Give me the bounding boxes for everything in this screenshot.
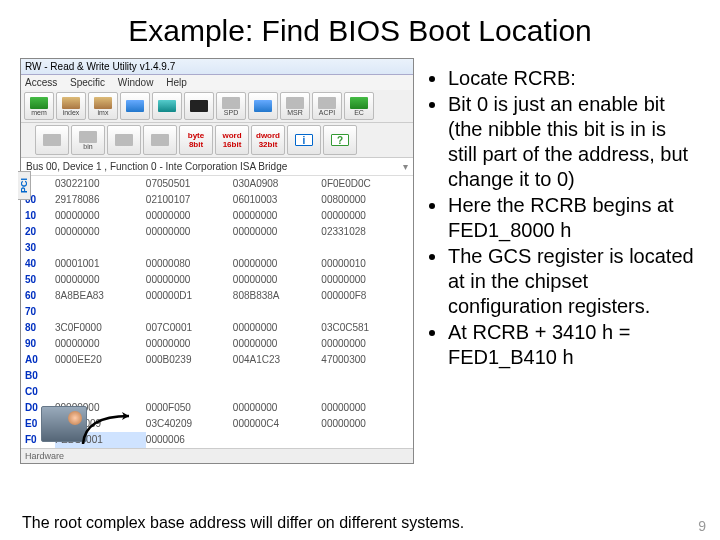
tool-save-bin[interactable]: bin	[71, 125, 105, 155]
row-offset: 20	[21, 224, 55, 240]
row-cell	[233, 432, 322, 448]
tool-info[interactable]: i	[287, 125, 321, 155]
row-cell	[233, 384, 322, 400]
row-cell: 000B0239	[146, 352, 233, 368]
row-cell	[146, 240, 233, 256]
menu-specific[interactable]: Specific	[70, 77, 105, 88]
row-cell: 0000006	[146, 432, 233, 448]
tool-spd[interactable]: SPD	[216, 92, 246, 120]
menu-help[interactable]: Help	[166, 77, 187, 88]
tool-mem[interactable]: mem	[24, 92, 54, 120]
tool-index[interactable]: index	[56, 92, 86, 120]
menu-bar: Access Specific Window Help	[21, 75, 413, 90]
row-cell	[321, 384, 413, 400]
row-cell: 3C0F0000	[55, 320, 146, 336]
row-cell: 07050501	[146, 176, 233, 192]
table-row: 00302210007050501030A09080F0E0D0C	[21, 176, 413, 192]
row-cell: 00000000	[233, 256, 322, 272]
side-tab-pci[interactable]: PCI	[18, 171, 31, 200]
bullet-item: The GCS register is located at in the ch…	[448, 244, 700, 319]
table-row: 803C0F0000007C00010000000003C0C581	[21, 320, 413, 336]
row-cell: 00000000	[233, 336, 322, 352]
row-cell: 03022100	[55, 176, 146, 192]
row-cell: 0000F050	[146, 400, 233, 416]
row-cell: 00000000	[146, 272, 233, 288]
tool-dword[interactable]: dword32bit	[251, 125, 285, 155]
row-cell: 00000000	[146, 224, 233, 240]
tool-acpi[interactable]: ACPI	[312, 92, 342, 120]
row-cell: 06010003	[233, 192, 322, 208]
row-cell: 03C0C581	[321, 320, 413, 336]
page-number: 9	[698, 518, 706, 534]
row-cell	[55, 240, 146, 256]
row-cell: 808B838A	[233, 288, 322, 304]
tool-b4[interactable]	[120, 92, 150, 120]
tool-word[interactable]: word16bit	[215, 125, 249, 155]
row-cell: 00000000	[55, 224, 146, 240]
tool-find[interactable]	[143, 125, 177, 155]
row-cell: 00000000	[233, 224, 322, 240]
tool-help[interactable]: ?	[323, 125, 357, 155]
toolbar-child: bin byte8bit word16bit dword32bit i ?	[21, 123, 413, 158]
row-cell: 00000000	[321, 336, 413, 352]
menu-window[interactable]: Window	[118, 77, 154, 88]
row-offset: 30	[21, 240, 55, 256]
tool-b6[interactable]	[184, 92, 214, 120]
row-cell: 00000000	[55, 208, 146, 224]
row-cell: 00001001	[55, 256, 146, 272]
app-window: RW - Read & Write Utility v1.4.9.7 Acces…	[20, 58, 414, 464]
toolbar-top: mem index imx SPD MSR ACPI EC	[21, 90, 413, 123]
table-row: B0	[21, 368, 413, 384]
row-cell: 03C40209	[146, 416, 233, 432]
row-cell: 007C0001	[146, 320, 233, 336]
row-cell: 000000C4	[233, 416, 322, 432]
bullet-list: Locate RCRB: Bit 0 is just an enable bit…	[426, 66, 700, 370]
row-cell	[321, 368, 413, 384]
row-cell	[55, 384, 146, 400]
row-cell	[233, 240, 322, 256]
table-row: 9000000000000000000000000000000000	[21, 336, 413, 352]
screenshot-pane: RW - Read & Write Utility v1.4.9.7 Acces…	[20, 58, 414, 464]
row-cell	[233, 368, 322, 384]
row-cell: 00000000	[321, 208, 413, 224]
row-cell: 0F0E0D0C	[321, 176, 413, 192]
tool-b5[interactable]	[152, 92, 182, 120]
row-offset: C0	[21, 384, 55, 400]
row-cell	[146, 384, 233, 400]
tool-msr[interactable]: MSR	[280, 92, 310, 120]
menu-access[interactable]: Access	[25, 77, 57, 88]
device-label: Bus 00, Device 1 , Function 0 - Inte Cor…	[26, 161, 287, 172]
table-row: 2000000000000000000000000002331028	[21, 224, 413, 240]
footnote: The root complex base address will diffe…	[22, 514, 464, 532]
row-cell	[146, 304, 233, 320]
tool-byte[interactable]: byte8bit	[179, 125, 213, 155]
row-cell: 02331028	[321, 224, 413, 240]
inset-photo	[41, 406, 87, 442]
row-offset: B0	[21, 368, 55, 384]
help-icon: ?	[331, 134, 349, 146]
row-cell: 00000010	[321, 256, 413, 272]
row-cell: 00000000	[321, 400, 413, 416]
bullet-item: At RCRB + 3410 h = FED1_B410 h	[448, 320, 700, 370]
row-cell: 00000000	[146, 336, 233, 352]
tool-ec[interactable]: EC	[344, 92, 374, 120]
row-cell: 0000EE20	[55, 352, 146, 368]
table-row: A00000EE20000B0239004A1C2347000300	[21, 352, 413, 368]
device-breadcrumb[interactable]: Bus 00, Device 1 , Function 0 - Inte Cor…	[21, 158, 413, 176]
row-cell	[55, 304, 146, 320]
row-cell: 8A8BEA83	[55, 288, 146, 304]
row-cell: 00800000	[321, 192, 413, 208]
tool-imx[interactable]: imx	[88, 92, 118, 120]
tool-b8[interactable]	[248, 92, 278, 120]
row-cell: 00000000	[233, 320, 322, 336]
bullet-item: Bit 0 is just an enable bit (the nibble …	[448, 92, 700, 192]
table-row: 1000000000000000000000000000000000	[21, 208, 413, 224]
row-cell: 29178086	[55, 192, 146, 208]
row-cell: 00000000	[233, 208, 322, 224]
status-bar: Hardware	[21, 448, 413, 463]
bullet-item: Locate RCRB:	[448, 66, 700, 91]
tool-open[interactable]	[35, 125, 69, 155]
tool-hex[interactable]	[107, 125, 141, 155]
table-row: 70	[21, 304, 413, 320]
row-cell: 00000000	[321, 416, 413, 432]
